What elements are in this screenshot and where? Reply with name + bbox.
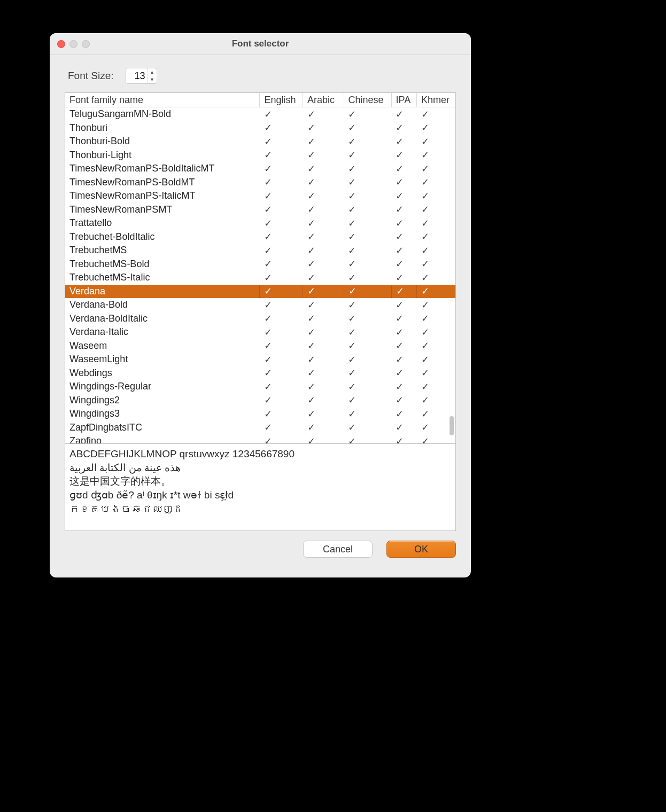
check-icon: ✓ bbox=[396, 218, 404, 229]
ok-button[interactable]: OK bbox=[386, 541, 456, 558]
font-name-cell: TrebuchetMS bbox=[65, 244, 260, 257]
chinese-cell: ✓ bbox=[344, 230, 391, 244]
col-header-name[interactable]: Font family name bbox=[65, 93, 260, 107]
check-icon: ✓ bbox=[348, 204, 356, 215]
khmer-cell: ✓ bbox=[417, 394, 455, 408]
khmer-cell: ✓ bbox=[417, 230, 455, 244]
khmer-cell: ✓ bbox=[417, 244, 455, 257]
arabic-cell: ✓ bbox=[303, 135, 344, 149]
check-icon: ✓ bbox=[421, 259, 429, 269]
khmer-cell: ✓ bbox=[417, 216, 455, 230]
check-icon: ✓ bbox=[348, 259, 356, 269]
chinese-cell: ✓ bbox=[344, 285, 391, 299]
table-row[interactable]: TimesNewRomanPS-BoldItalicMT✓✓✓✓✓ bbox=[65, 162, 455, 176]
check-icon: ✓ bbox=[396, 177, 404, 188]
font-name-cell: TimesNewRomanPS-BoldItalicMT bbox=[65, 162, 260, 176]
english-cell: ✓ bbox=[260, 434, 303, 444]
table-row[interactable]: ZapfDingbatsITC✓✓✓✓✓ bbox=[65, 421, 455, 435]
table-row[interactable]: TrebuchetMS-Italic✓✓✓✓✓ bbox=[65, 271, 455, 285]
col-header-chinese[interactable]: Chinese bbox=[344, 93, 391, 107]
ipa-cell: ✓ bbox=[391, 366, 417, 380]
font-name-cell: Thonburi-Light bbox=[65, 149, 260, 162]
cancel-button[interactable]: Cancel bbox=[303, 541, 373, 558]
arabic-cell: ✓ bbox=[303, 216, 344, 230]
stepper-down-icon[interactable]: ▼ bbox=[148, 76, 157, 83]
table-row[interactable]: Verdana-BoldItalic✓✓✓✓✓ bbox=[65, 312, 455, 326]
khmer-cell: ✓ bbox=[417, 285, 455, 299]
table-row[interactable]: Wingdings3✓✓✓✓✓ bbox=[65, 407, 455, 421]
table-row[interactable]: TrebuchetMS-Bold✓✓✓✓✓ bbox=[65, 257, 455, 271]
check-icon: ✓ bbox=[421, 245, 429, 256]
check-icon: ✓ bbox=[307, 409, 315, 419]
check-icon: ✓ bbox=[307, 245, 315, 256]
table-row[interactable]: Webdings✓✓✓✓✓ bbox=[65, 366, 455, 380]
ipa-cell: ✓ bbox=[391, 380, 417, 394]
table-row[interactable]: Trattatello✓✓✓✓✓ bbox=[65, 216, 455, 230]
english-cell: ✓ bbox=[260, 407, 303, 421]
khmer-cell: ✓ bbox=[417, 162, 455, 176]
table-row[interactable]: Thonburi-Light✓✓✓✓✓ bbox=[65, 149, 455, 162]
english-cell: ✓ bbox=[260, 298, 303, 312]
scrollbar-thumb[interactable] bbox=[450, 416, 454, 435]
table-row[interactable]: Verdana✓✓✓✓✓ bbox=[65, 285, 455, 299]
table-row[interactable]: Wingdings-Regular✓✓✓✓✓ bbox=[65, 380, 455, 394]
check-icon: ✓ bbox=[264, 177, 272, 188]
table-row[interactable]: Thonburi-Bold✓✓✓✓✓ bbox=[65, 135, 455, 149]
table-row[interactable]: Trebuchet-BoldItalic✓✓✓✓✓ bbox=[65, 230, 455, 244]
chinese-cell: ✓ bbox=[344, 366, 391, 380]
table-row[interactable]: Verdana-Italic✓✓✓✓✓ bbox=[65, 325, 455, 339]
col-header-khmer[interactable]: Khmer bbox=[417, 93, 455, 107]
table-row[interactable]: Waseem✓✓✓✓✓ bbox=[65, 339, 455, 353]
arabic-cell: ✓ bbox=[303, 271, 344, 285]
window-title: Font selector bbox=[50, 38, 471, 49]
font-size-stepper[interactable]: ▲ ▼ bbox=[126, 68, 157, 84]
table-row[interactable]: Verdana-Bold✓✓✓✓✓ bbox=[65, 298, 455, 312]
english-cell: ✓ bbox=[260, 203, 303, 217]
ipa-cell: ✓ bbox=[391, 107, 417, 121]
check-icon: ✓ bbox=[348, 327, 356, 338]
ipa-cell: ✓ bbox=[391, 203, 417, 217]
check-icon: ✓ bbox=[421, 218, 429, 229]
col-header-ipa[interactable]: IPA bbox=[391, 93, 417, 107]
table-row[interactable]: Thonburi✓✓✓✓✓ bbox=[65, 121, 455, 135]
english-cell: ✓ bbox=[260, 312, 303, 326]
check-icon: ✓ bbox=[396, 381, 404, 392]
preview-ipa: ɡʊd ʤɑb ðẽ? aʲ θɪŋk ɪ*t wəɫ bi sɛ̧ł̣d bbox=[69, 488, 451, 502]
ipa-cell: ✓ bbox=[391, 271, 417, 285]
table-row[interactable]: TrebuchetMS✓✓✓✓✓ bbox=[65, 244, 455, 257]
check-icon: ✓ bbox=[348, 354, 356, 365]
check-icon: ✓ bbox=[421, 109, 429, 120]
ipa-cell: ✓ bbox=[391, 421, 417, 435]
ipa-cell: ✓ bbox=[391, 216, 417, 230]
font-name-cell: TimesNewRomanPSMT bbox=[65, 203, 260, 217]
stepper-up-icon[interactable]: ▲ bbox=[148, 68, 157, 76]
khmer-cell: ✓ bbox=[417, 107, 455, 121]
chinese-cell: ✓ bbox=[344, 121, 391, 135]
table-row[interactable]: TimesNewRomanPSMT✓✓✓✓✓ bbox=[65, 203, 455, 217]
arabic-cell: ✓ bbox=[303, 380, 344, 394]
font-name-cell: TimesNewRomanPS-BoldMT bbox=[65, 176, 260, 190]
khmer-cell: ✓ bbox=[417, 325, 455, 339]
check-icon: ✓ bbox=[421, 122, 429, 133]
check-icon: ✓ bbox=[307, 340, 315, 351]
arabic-cell: ✓ bbox=[303, 298, 344, 312]
table-row[interactable]: TimesNewRomanPS-ItalicMT✓✓✓✓✓ bbox=[65, 189, 455, 203]
font-size-input[interactable] bbox=[126, 68, 148, 83]
table-row[interactable]: TimesNewRomanPS-BoldMT✓✓✓✓✓ bbox=[65, 176, 455, 190]
check-icon: ✓ bbox=[348, 245, 356, 256]
col-header-arabic[interactable]: Arabic bbox=[303, 93, 344, 107]
preview-arabic: هذه عينة من الكتابة العربية bbox=[69, 461, 451, 475]
english-cell: ✓ bbox=[260, 380, 303, 394]
arabic-cell: ✓ bbox=[303, 189, 344, 203]
check-icon: ✓ bbox=[396, 204, 404, 215]
table-row[interactable]: TeluguSangamMN-Bold✓✓✓✓✓ bbox=[65, 107, 455, 121]
arabic-cell: ✓ bbox=[303, 121, 344, 135]
font-table-wrap: Font family name English Arabic Chinese … bbox=[65, 92, 456, 444]
table-row[interactable]: Wingdings2✓✓✓✓✓ bbox=[65, 394, 455, 408]
ipa-cell: ✓ bbox=[391, 121, 417, 135]
col-header-english[interactable]: English bbox=[260, 93, 303, 107]
check-icon: ✓ bbox=[307, 286, 315, 296]
table-row[interactable]: WaseemLight✓✓✓✓✓ bbox=[65, 353, 455, 366]
table-row[interactable]: Zapfino✓✓✓✓✓ bbox=[65, 434, 455, 444]
check-icon: ✓ bbox=[348, 231, 356, 242]
